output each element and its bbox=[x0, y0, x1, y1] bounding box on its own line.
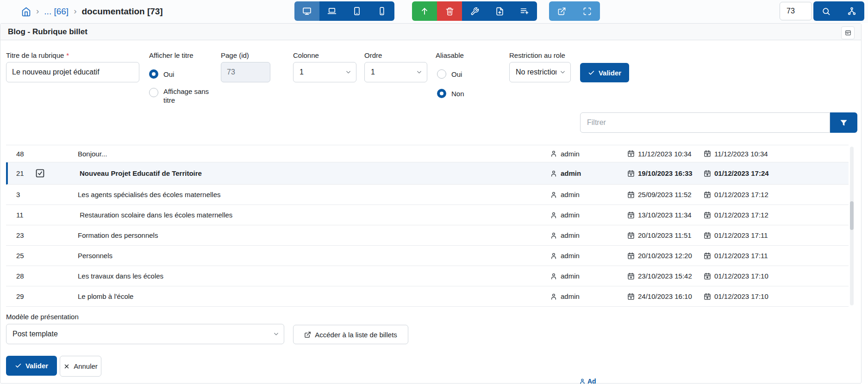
search-icon bbox=[822, 7, 831, 16]
model-select[interactable]: Post template bbox=[6, 324, 284, 344]
new-page-button[interactable] bbox=[487, 1, 512, 21]
footer-valider-button[interactable]: Valider bbox=[6, 356, 57, 376]
calendar-edit-icon bbox=[704, 170, 711, 177]
row-checkbox[interactable] bbox=[33, 230, 78, 240]
row-author: admin bbox=[550, 272, 627, 280]
show-title-radio-oui-label: Oui bbox=[163, 70, 174, 79]
row-modified-date: 01/12/2023 17:10 bbox=[704, 292, 849, 300]
row-id: 3 bbox=[6, 191, 33, 198]
person-icon bbox=[550, 273, 557, 280]
colonne-select[interactable]: 1 bbox=[293, 62, 356, 82]
x-icon bbox=[63, 363, 70, 370]
calendar-plus-icon bbox=[627, 252, 635, 260]
row-checkbox[interactable] bbox=[35, 168, 80, 178]
calendar-edit-icon bbox=[704, 293, 711, 300]
check-icon bbox=[588, 69, 595, 76]
form-valider-button[interactable]: Valider bbox=[580, 63, 629, 82]
table-row[interactable]: 21 Nouveau Projet Educatif de Territoire… bbox=[6, 162, 849, 185]
row-id: 29 bbox=[6, 292, 33, 300]
table-row[interactable]: 28 Les travaux dans les écoles admin 23/… bbox=[6, 266, 849, 286]
add-content-button[interactable] bbox=[512, 1, 537, 21]
row-checkbox[interactable] bbox=[33, 251, 78, 260]
laptop-preview-button[interactable] bbox=[319, 1, 344, 21]
row-created-date: 13/10/2023 11:34 bbox=[627, 211, 704, 219]
table-row[interactable]: 11 Restauration scolaire dans les écoles… bbox=[6, 205, 849, 225]
desktop-icon bbox=[302, 6, 312, 16]
row-checkbox[interactable] bbox=[33, 149, 78, 159]
table-row[interactable]: 3 Les agents spécialisés des écoles mate… bbox=[6, 185, 849, 205]
view-group bbox=[549, 1, 600, 21]
row-checkbox[interactable] bbox=[33, 291, 78, 301]
filter-input[interactable] bbox=[580, 112, 830, 133]
billets-table: 48 Bonjour... admin 11/12/2023 10:34 11/… bbox=[6, 145, 849, 307]
check-icon bbox=[15, 362, 22, 369]
row-modified-date: 01/12/2023 17:11 bbox=[704, 231, 849, 239]
delete-button[interactable] bbox=[437, 1, 462, 21]
phone-preview-button[interactable] bbox=[369, 1, 394, 21]
chevron-down-icon bbox=[345, 69, 352, 76]
row-created-date: 11/12/2023 10:34 bbox=[627, 150, 704, 158]
show-title-radio-sans-titre[interactable] bbox=[149, 88, 158, 97]
aliasable-radio-oui[interactable] bbox=[437, 69, 446, 79]
restriction-select[interactable]: No restriction bbox=[509, 62, 571, 82]
ordre-label: Ordre bbox=[364, 51, 382, 59]
open-page-button[interactable] bbox=[549, 1, 575, 21]
chevron-down-icon bbox=[416, 69, 423, 76]
row-author: admin bbox=[550, 169, 627, 177]
page-id-input bbox=[221, 62, 270, 82]
filter-button[interactable] bbox=[830, 112, 857, 133]
row-checkbox[interactable] bbox=[33, 271, 78, 281]
page-actions-group bbox=[412, 1, 537, 21]
table-row[interactable]: 23 Formation des personnels admin 20/10/… bbox=[6, 225, 849, 246]
table-row[interactable]: 48 Bonjour... admin 11/12/2023 10:34 11/… bbox=[6, 145, 849, 162]
sitemap-button[interactable] bbox=[839, 1, 864, 21]
person-icon bbox=[550, 293, 557, 300]
table-row[interactable]: 29 Le plomb à l'école admin 24/10/2023 1… bbox=[6, 286, 849, 307]
publish-button[interactable] bbox=[412, 1, 437, 21]
fullscreen-button[interactable] bbox=[575, 1, 600, 21]
row-modified-date: 01/12/2023 17:10 bbox=[704, 272, 849, 280]
admin-user-chip[interactable]: Ad bbox=[579, 378, 596, 384]
search-button[interactable] bbox=[813, 1, 839, 21]
ordre-select[interactable]: 1 bbox=[364, 62, 427, 82]
aliasable-label: Aliasable bbox=[436, 51, 464, 59]
title-field-label: Titre de la rubrique* bbox=[6, 51, 69, 59]
wrench-icon bbox=[470, 7, 479, 16]
phone-icon bbox=[377, 6, 387, 16]
row-modified-date: 01/12/2023 17:24 bbox=[704, 169, 849, 177]
breadcrumb: › ... [66] › documentation [73] bbox=[21, 0, 163, 23]
access-billets-button[interactable]: Accéder à la liste de billets bbox=[293, 325, 408, 344]
table-row[interactable]: 25 Personnels admin 20/10/2023 12:20 01/… bbox=[6, 246, 849, 266]
settings-button[interactable] bbox=[462, 1, 487, 21]
table-scrollbar-thumb[interactable] bbox=[850, 201, 854, 230]
aliasable-radio-oui-label: Oui bbox=[451, 70, 462, 79]
row-checkbox[interactable] bbox=[33, 210, 78, 220]
chevron-down-icon bbox=[273, 331, 280, 338]
person-icon bbox=[579, 378, 586, 384]
title-field-input[interactable] bbox=[6, 62, 139, 82]
row-id: 48 bbox=[6, 150, 33, 158]
row-id: 23 bbox=[6, 231, 33, 239]
row-modified-date: 11/12/2023 10:34 bbox=[704, 150, 849, 158]
row-author: admin bbox=[550, 150, 627, 158]
tablet-preview-button[interactable] bbox=[344, 1, 369, 21]
row-checkbox[interactable] bbox=[33, 190, 78, 199]
show-title-radio-sans-titre-label: Affichage sans titre bbox=[163, 87, 215, 105]
home-icon[interactable] bbox=[21, 7, 31, 17]
search-group bbox=[813, 1, 864, 21]
calendar-edit-icon bbox=[704, 252, 711, 260]
breadcrumb-separator: › bbox=[36, 6, 39, 16]
arrow-up-icon bbox=[420, 6, 429, 16]
panel-collapse-button[interactable] bbox=[841, 26, 855, 39]
row-id: 25 bbox=[6, 252, 33, 260]
desktop-preview-button[interactable] bbox=[294, 1, 319, 21]
page-id-search-input[interactable] bbox=[780, 2, 812, 20]
breadcrumb-parent-link[interactable]: ... [66] bbox=[44, 6, 69, 17]
topbar: › ... [66] › documentation [73] bbox=[0, 0, 868, 23]
row-title: Les travaux dans les écoles bbox=[78, 272, 550, 280]
show-title-radio-oui[interactable] bbox=[149, 69, 158, 79]
person-icon bbox=[550, 170, 557, 177]
aliasable-radio-non[interactable] bbox=[437, 89, 446, 98]
sitemap-icon bbox=[847, 6, 856, 16]
footer-annuler-button[interactable]: Annuler bbox=[60, 356, 101, 377]
